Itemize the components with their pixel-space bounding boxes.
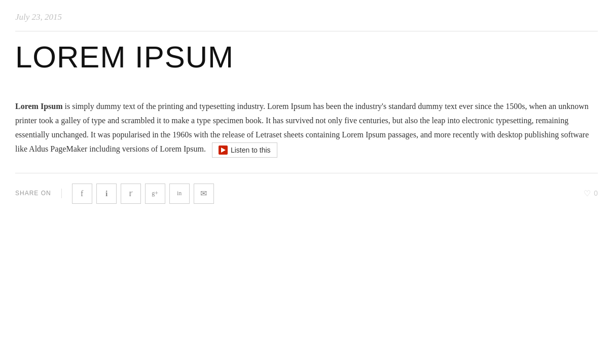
content-section: Lorem Ipsum is simply dummy text of the … xyxy=(15,79,598,172)
page-wrapper: July 23, 2015 LOREM IPSUM Lorem Ipsum is… xyxy=(0,0,613,214)
post-title: LOREM IPSUM xyxy=(15,41,598,74)
date-section: July 23, 2015 xyxy=(15,0,598,31)
listen-button-label: Listen to this xyxy=(231,146,271,154)
body-text: is simply dummy text of the printing and… xyxy=(15,102,589,153)
like-count: 0 xyxy=(594,188,598,199)
like-section[interactable]: ♡ 0 xyxy=(584,187,598,200)
twitter-button[interactable]: 𝕣 xyxy=(121,184,141,204)
pinterest-button[interactable]: 𝐢 xyxy=(96,184,117,204)
share-left: SHARE ON f 𝐢 𝕣 g+ in ✉ xyxy=(15,184,214,204)
pinterest-icon: 𝐢 xyxy=(105,187,107,200)
post-date: July 23, 2015 xyxy=(15,12,62,22)
share-section: SHARE ON f 𝐢 𝕣 g+ in ✉ xyxy=(15,173,598,214)
post-body: Lorem Ipsum is simply dummy text of the … xyxy=(15,99,598,157)
social-icons: f 𝐢 𝕣 g+ in ✉ xyxy=(72,184,214,204)
facebook-button[interactable]: f xyxy=(72,184,92,204)
googleplus-button[interactable]: g+ xyxy=(145,184,165,204)
share-label: SHARE ON xyxy=(15,189,62,198)
googleplus-icon: g+ xyxy=(152,189,158,198)
listen-button[interactable]: Listen to this xyxy=(212,142,277,158)
linkedin-icon: in xyxy=(177,189,182,198)
email-button[interactable]: ✉ xyxy=(194,184,214,204)
play-icon xyxy=(221,148,226,153)
twitter-icon: 𝕣 xyxy=(129,187,133,200)
listen-icon xyxy=(219,145,228,155)
facebook-icon: f xyxy=(81,187,83,200)
title-section: LOREM IPSUM xyxy=(15,31,598,79)
email-icon: ✉ xyxy=(200,187,207,200)
heart-icon: ♡ xyxy=(584,187,591,200)
body-bold-start: Lorem Ipsum xyxy=(15,102,63,111)
linkedin-button[interactable]: in xyxy=(169,184,190,204)
